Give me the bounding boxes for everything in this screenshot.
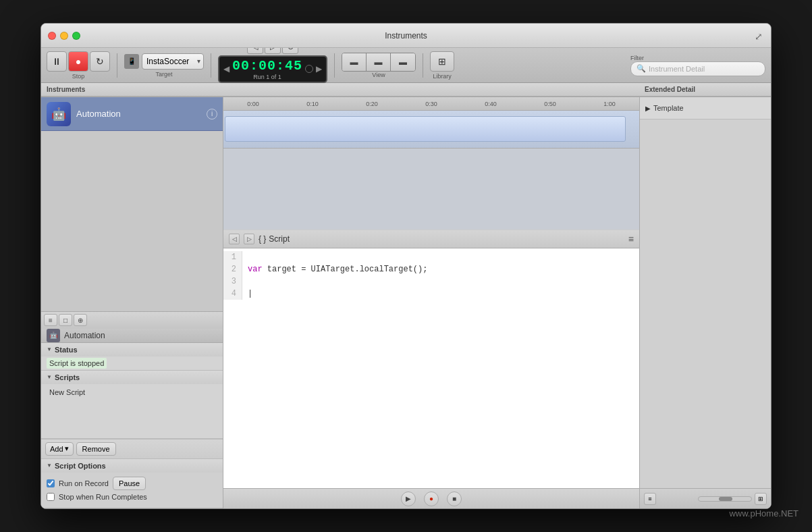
filter-label: Filter xyxy=(630,55,644,61)
automation-detail-label: Automation xyxy=(64,331,105,340)
column-headers: Instruments Extended Detail xyxy=(41,83,771,97)
code-editor[interactable]: 1 2 var target = UIATarget.localTarget()… xyxy=(223,248,639,488)
line-content-4 xyxy=(242,288,252,300)
refresh-toolbar-button[interactable]: ↻ xyxy=(90,51,110,72)
right-panel-actions: ≡ xyxy=(644,493,656,505)
target-label: Target xyxy=(155,71,172,78)
run-on-record-label: Run on Record xyxy=(59,479,109,487)
tick-50: 0:50 xyxy=(544,101,556,107)
line-num-3: 3 xyxy=(223,275,242,288)
instruments-empty-area xyxy=(41,131,223,311)
separator-2 xyxy=(211,53,211,78)
timeline-ruler: 0:00 0:10 0:20 0:30 0:40 0:50 1:00 xyxy=(223,97,639,111)
tick-0: 0:00 xyxy=(247,101,259,107)
tick-10: 0:10 xyxy=(306,101,319,107)
script-options-section: ▼ Script Options Run on Record Pause xyxy=(41,459,223,508)
record-toolbar-button[interactable]: ● xyxy=(68,51,88,72)
timeline-track xyxy=(223,111,639,149)
automation-name: Automation xyxy=(76,109,201,119)
script-options-arrow: ▼ xyxy=(47,462,52,469)
stop-label: Stop xyxy=(72,73,85,80)
view-label: View xyxy=(372,72,385,78)
scripts-section-title: Scripts xyxy=(55,373,80,381)
status-section: ▼ Status Script is stopped xyxy=(41,343,223,371)
view-btn-1[interactable]: ▬ xyxy=(342,53,367,71)
pause-button[interactable]: Pause xyxy=(113,477,146,490)
stop-when-run-checkbox[interactable] xyxy=(47,493,55,501)
add-remove-bar: Add ▾ Remove xyxy=(41,439,223,459)
playback-controls: ▶ ● ■ xyxy=(223,488,639,508)
close-button[interactable] xyxy=(48,32,56,40)
minimize-button[interactable] xyxy=(60,32,68,40)
maximize-button[interactable] xyxy=(72,32,80,40)
keyword-var: var xyxy=(248,265,263,274)
library-button[interactable]: ⊞ xyxy=(430,51,454,72)
left-panel-toolbar: ≡ □ ⊕ xyxy=(41,311,223,329)
add-button[interactable]: Add ▾ xyxy=(45,442,74,456)
code-text-2: target = UIATarget.localTarget(); xyxy=(267,265,428,274)
main-window: Instruments ⤢ ⏸ ● ↻ Stop 📱 InstaSoccer xyxy=(40,23,772,509)
line-num-1: 1 xyxy=(223,251,242,263)
scripts-section-header[interactable]: ▼ Scripts xyxy=(41,371,223,384)
playback-record-button[interactable]: ● xyxy=(424,491,439,506)
separator-4 xyxy=(423,53,423,78)
tick-40: 0:40 xyxy=(485,101,497,107)
timeline-column-header xyxy=(223,83,639,97)
view-btn-3[interactable]: ▬ xyxy=(391,53,415,71)
status-section-header[interactable]: ▼ Status xyxy=(41,343,223,356)
playback-play-button[interactable]: ▶ xyxy=(401,491,416,506)
new-script-item[interactable]: New Script xyxy=(47,387,217,398)
code-line-2: 2 var target = UIATarget.localTarget(); xyxy=(223,263,639,275)
right-panel-empty xyxy=(640,119,771,488)
logging-section-header[interactable]: ▼ Logging xyxy=(41,508,223,509)
logging-section: ▼ Logging Continuously Log Results Choos… xyxy=(41,508,223,509)
template-section: ▶ Template xyxy=(640,97,771,119)
tick-60: 1:00 xyxy=(603,101,616,107)
script-header: ◁ ▷ { } Script ≡ xyxy=(223,230,639,248)
right-panel-btn1[interactable]: ≡ xyxy=(644,493,656,505)
run-label: Run 1 of 1 xyxy=(253,74,281,80)
remove-button[interactable]: Remove xyxy=(76,442,116,456)
middle-area: 0:00 0:10 0:20 0:30 0:40 0:50 1:00 ◁ ▷ xyxy=(223,97,639,508)
title-bar: Instruments ⤢ xyxy=(41,24,771,48)
scroll-track xyxy=(698,496,752,502)
left-panel: 🤖 Automation i ≡ □ ⊕ 🤖 Automation xyxy=(41,97,223,508)
script-nav-back[interactable]: ◁ xyxy=(229,234,240,244)
target-dropdown[interactable]: InstaSoccer xyxy=(142,53,204,70)
info-button[interactable]: i xyxy=(207,109,217,119)
pause-toolbar-button[interactable]: ⏸ xyxy=(47,51,67,72)
view-btn-2[interactable]: ▬ xyxy=(367,53,391,71)
scripts-section: ▼ Scripts New Script xyxy=(41,371,223,439)
right-panel: ▶ Template ≡ ⊞ xyxy=(639,97,771,508)
code-line-3: 3 xyxy=(223,275,639,288)
panel-toolbar-list-btn[interactable]: ≡ xyxy=(44,314,57,326)
timer-display: ◀ 00:00:45 Run 1 of 1 ▶ xyxy=(218,55,327,83)
automation-detail-header: 🤖 Automation xyxy=(41,329,223,343)
main-area: 🤖 Automation i ≡ □ ⊕ 🤖 Automation xyxy=(41,97,771,508)
script-options-header[interactable]: ▼ Script Options xyxy=(41,459,223,473)
template-label: Template xyxy=(653,104,684,112)
panel-toolbar-btn2[interactable]: □ xyxy=(59,314,72,326)
filter-input-display[interactable]: 🔍 Instrument Detail xyxy=(630,61,765,76)
playback-stop-button[interactable]: ■ xyxy=(447,491,462,506)
script-options-content: Run on Record Pause Stop when Run Comple… xyxy=(41,473,223,508)
scroll-thumb xyxy=(719,497,732,501)
automation-instrument-row: 🤖 Automation i xyxy=(41,97,223,131)
timer-prev-btn[interactable]: ◀ xyxy=(223,64,229,74)
timer-next-btn[interactable]: ▶ xyxy=(316,64,322,74)
status-text: Script is stopped xyxy=(47,358,107,369)
timeline-ticks: 0:00 0:10 0:20 0:30 0:40 0:50 1:00 xyxy=(223,101,639,107)
script-menu-button[interactable]: ≡ xyxy=(628,234,634,244)
run-on-record-checkbox[interactable] xyxy=(47,479,55,487)
script-options-title: Script Options xyxy=(55,462,106,470)
panel-toolbar-btn3[interactable]: ⊕ xyxy=(74,314,87,326)
stop-when-run-row: Stop when Run Completes xyxy=(47,493,217,501)
tick-30: 0:30 xyxy=(425,101,437,107)
view-buttons-group: ▬ ▬ ▬ View xyxy=(342,53,416,78)
timer-circle xyxy=(305,65,313,73)
expand-icon[interactable]: ⤢ xyxy=(755,31,764,41)
traffic-lights xyxy=(48,32,80,40)
status-content: Script is stopped xyxy=(41,356,223,370)
right-panel-btn2[interactable]: ⊞ xyxy=(755,493,767,505)
script-nav-forward[interactable]: ▷ xyxy=(244,234,254,244)
